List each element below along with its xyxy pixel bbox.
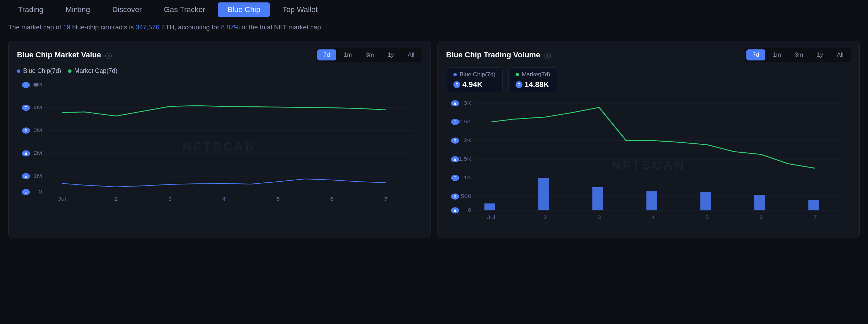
right-time-buttons: 7d 1m 3m 1y All (745, 48, 851, 62)
svg-text:Ξ: Ξ (454, 139, 456, 143)
svg-text:Ξ: Ξ (25, 129, 27, 133)
right-legend-values: Blue Chip(7d) Ξ 4.94K Market(7d) Ξ 14.88… (446, 67, 851, 93)
svg-text:2.5K: 2.5K (458, 119, 471, 124)
svg-text:Ξ: Ξ (25, 106, 27, 110)
left-time-1m[interactable]: 1m (338, 49, 358, 60)
right-time-1y[interactable]: 1y (811, 49, 829, 60)
svg-text:2: 2 (114, 196, 117, 202)
right-chart-svg: Ξ Ξ Ξ Ξ Ξ Ξ Ξ 3K 2.5K 2K 1.5K 1K 500 (446, 100, 851, 231)
svg-text:5: 5 (705, 215, 709, 220)
navigation: Trading Minting Discover Gas Tracker Blu… (0, 0, 868, 19)
svg-text:0: 0 (39, 189, 42, 194)
svg-text:3K: 3K (464, 100, 471, 106)
left-time-3m[interactable]: 3m (360, 49, 380, 60)
legend-val-green-dot (516, 73, 519, 76)
right-time-3m[interactable]: 3m (789, 49, 810, 60)
contracts-count: 19 (63, 23, 70, 31)
left-time-all[interactable]: All (402, 49, 421, 60)
svg-text:500: 500 (461, 193, 471, 199)
svg-text:0: 0 (468, 207, 471, 213)
left-chart-svg: ⬟ 5M 4M 3M 2M 1M 0 Ξ Ξ Ξ Ξ Ξ Ξ (17, 82, 422, 213)
right-legend-blue: Blue Chip(7d) Ξ 4.94K (446, 67, 503, 93)
svg-text:3: 3 (168, 196, 172, 202)
svg-text:2K: 2K (464, 137, 471, 143)
svg-text:Ξ: Ξ (454, 102, 456, 105)
svg-text:6: 6 (330, 196, 333, 202)
right-legend-blue-title: Blue Chip(7d) (453, 71, 496, 78)
left-card-header: Blue Chip Market Value i 7d 1m 3m 1y All (17, 48, 422, 62)
svg-text:Jul: Jul (487, 215, 495, 220)
left-time-1y[interactable]: 1y (381, 49, 400, 60)
bar-2 (538, 178, 549, 210)
left-info-icon[interactable]: i (105, 53, 112, 59)
svg-text:Ξ: Ξ (454, 176, 456, 180)
bar-4 (646, 191, 657, 210)
subheader-text-end: of the total NFT market cap. (240, 23, 323, 31)
right-card-header: Blue Chip Trading Volume i 7d 1m 3m 1y A… (446, 48, 851, 62)
right-legend-green-amount: Ξ 14.88K (516, 80, 550, 89)
svg-text:Ξ: Ξ (25, 174, 27, 178)
nav-top-wallet[interactable]: Top Wallet (273, 2, 327, 17)
main-content: Blue Chip Market Value i 7d 1m 3m 1y All… (0, 35, 868, 244)
nav-discover[interactable]: Discover (103, 2, 152, 17)
right-legend-green-label: Market(7d) (522, 71, 550, 78)
right-info-icon[interactable]: i (545, 53, 551, 59)
eth-icon-green: Ξ (516, 81, 522, 88)
svg-text:4M: 4M (34, 105, 42, 110)
legend-blue-dot (17, 69, 20, 73)
right-time-7d[interactable]: 7d (746, 49, 765, 60)
svg-text:1.5K: 1.5K (458, 156, 471, 162)
legend-green-dot (68, 69, 72, 73)
svg-text:Ξ: Ξ (454, 120, 456, 124)
right-time-all[interactable]: All (831, 49, 850, 60)
left-card-title: Blue Chip Market Value (17, 50, 101, 59)
left-card-title-area: Blue Chip Market Value i (17, 50, 112, 59)
svg-text:3M: 3M (34, 127, 42, 133)
svg-text:5M: 5M (34, 82, 42, 87)
svg-text:5: 5 (276, 196, 280, 202)
svg-text:Ξ: Ξ (454, 158, 456, 161)
right-chart-area: NFTSCAN Ξ Ξ Ξ Ξ Ξ (446, 100, 851, 231)
eth-amount: 347,576 (136, 23, 160, 31)
left-chart-area: NFTSCAN ⬟ 5M 4M 3M 2M 1M 0 (17, 82, 422, 213)
right-chart-card: Blue Chip Trading Volume i 7d 1m 3m 1y A… (437, 41, 860, 238)
legend-green-label: Market Cap(7d) (74, 67, 117, 75)
bar-3 (592, 187, 603, 210)
bar-7 (808, 200, 819, 210)
right-legend-blue-label: Blue Chip(7d) (460, 71, 496, 78)
left-blue-line (62, 179, 386, 187)
nav-minting[interactable]: Minting (56, 2, 100, 17)
left-green-line (62, 106, 386, 116)
left-legend: Blue Chip(7d) Market Cap(7d) (17, 67, 422, 75)
svg-text:1M: 1M (34, 173, 42, 179)
left-chart-card: Blue Chip Market Value i 7d 1m 3m 1y All… (8, 41, 431, 238)
svg-text:Jul: Jul (58, 196, 66, 202)
subheader-text-mid: blue-chip contracts is (70, 23, 136, 31)
left-legend-market-cap: Market Cap(7d) (68, 67, 117, 75)
svg-text:4: 4 (651, 215, 655, 220)
left-legend-blue-chip: Blue Chip(7d) (17, 67, 61, 75)
svg-text:Ξ: Ξ (25, 190, 27, 194)
subheader: The market cap of 19 blue-chip contracts… (0, 19, 868, 35)
eth-icon-blue: Ξ (453, 81, 460, 88)
svg-text:Ξ: Ξ (454, 209, 456, 212)
right-legend-blue-amount: Ξ 4.94K (453, 80, 496, 89)
nav-gas-tracker[interactable]: Gas Tracker (154, 2, 215, 17)
right-legend-green: Market(7d) Ξ 14.88K (508, 67, 557, 93)
svg-text:2: 2 (543, 215, 547, 220)
svg-text:6: 6 (759, 215, 763, 220)
bar-jul (484, 203, 495, 210)
right-time-1m[interactable]: 1m (767, 49, 787, 60)
bar-6 (754, 195, 765, 210)
svg-text:Ξ: Ξ (25, 83, 27, 87)
right-card-title-area: Blue Chip Trading Volume i (446, 50, 551, 59)
legend-val-blue-dot (453, 73, 457, 76)
svg-text:3: 3 (597, 215, 601, 220)
left-time-buttons: 7d 1m 3m 1y All (316, 48, 422, 62)
nav-trading[interactable]: Trading (8, 2, 53, 17)
left-time-7d[interactable]: 7d (317, 49, 336, 60)
svg-text:Ξ: Ξ (25, 152, 27, 155)
svg-text:2M: 2M (34, 150, 42, 156)
svg-text:7: 7 (813, 215, 817, 220)
nav-blue-chip[interactable]: Blue Chip (218, 2, 270, 17)
